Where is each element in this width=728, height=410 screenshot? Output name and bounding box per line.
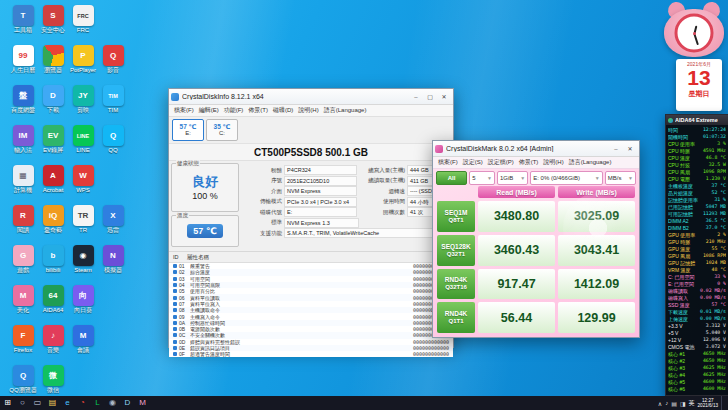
taskbar-icon-taskview[interactable]: ▭ [30, 396, 45, 410]
start-button[interactable]: ⊞ [0, 396, 15, 410]
cdm-minimize-button[interactable]: – [609, 143, 623, 155]
taskbar-icon-diskinfo[interactable]: D [120, 396, 135, 410]
desktop-icon-WPS[interactable]: WWPS [68, 165, 98, 194]
desktop-icon-label: WPS [68, 187, 98, 194]
desktop-icon-剪映[interactable]: JY剪映 [68, 85, 98, 114]
desktop-icon-AIDA64[interactable]: 64AIDA64 [38, 285, 68, 314]
taskbar-icon-diskmark[interactable]: M [135, 396, 150, 410]
sensor-line-E: 已用空間: E: 已用空間0 % [668, 280, 726, 287]
desktop-icon-迅雷[interactable]: X迅雷 [98, 205, 128, 234]
cdm-menu-item-1[interactable]: 設定(S) [461, 158, 485, 167]
cdi-minimize-button[interactable]: – [409, 91, 423, 103]
tray-icon-0[interactable]: ∧ [658, 400, 662, 407]
cdi-maximize-button[interactable]: ▢ [423, 91, 437, 103]
health-status-value[interactable]: 良好 [192, 175, 218, 189]
taskbar-clock[interactable]: 12:27 2021/6/13 [698, 398, 718, 408]
drive-tab-temp: 57 ℃ [180, 123, 197, 130]
taskbar-icon-line[interactable]: L [90, 396, 105, 410]
desktop-icon-EV錄屏[interactable]: EVEV錄屏 [38, 125, 68, 154]
cdi-menu-item-6[interactable]: 語言(Language) [322, 106, 369, 115]
desktop-icon-工具箱[interactable]: T工具箱 [8, 5, 38, 34]
desktop-icon-Acrobat[interactable]: AAcrobat [38, 165, 68, 194]
desktop-icon-美化[interactable]: M美化 [8, 285, 38, 314]
taskbar-icon-chrome[interactable]: ◔ [75, 396, 90, 410]
cdm-close-button[interactable]: ✕ [623, 143, 637, 155]
desktop-icon-安全中心[interactable]: S安全中心 [38, 5, 68, 34]
sensor-line-CPU 封裝: CPU 封裝32.5 W [668, 161, 726, 168]
aida64-titlebar[interactable]: AIDA64 Extreme [666, 115, 728, 125]
desktop-icon-LINE[interactable]: LINELINE [68, 125, 98, 154]
desktop-icon-QQ瀏覽器[interactable]: QQQ瀏覽器 [8, 365, 38, 394]
info-value: PCIe 3.0 x4 | PCIe 3.0 x4 [284, 197, 357, 207]
sensor-label: 核心 #1 [668, 351, 685, 357]
cdm-menu-item-2[interactable]: 設定檔(P) [486, 158, 516, 167]
cdm-menu-item-4[interactable]: 說明(H) [541, 158, 565, 167]
taskbar-icon-search[interactable]: ○ [15, 396, 30, 410]
cdi-menu-item-5[interactable]: 說明(H) [296, 106, 320, 115]
target-drive-select[interactable]: E: 0% (0/466GiB)▼ [530, 171, 603, 185]
desktop-icon-label: LINE [68, 147, 98, 154]
health-status-box: 健康狀態 良好 100 % [171, 163, 239, 212]
taskbar-icon-edge[interactable]: e [60, 396, 75, 410]
desktop-icon-TIM[interactable]: TIMTIM [98, 85, 128, 114]
test-label-RND4K-Q1T1[interactable]: RND4KQ1T1 [437, 302, 475, 333]
test-label-SEQ1M-Q8T1[interactable]: SEQ1MQ8T1 [437, 201, 475, 232]
cdi-close-button[interactable]: ✕ [437, 91, 451, 103]
test-label-SEQ128K-Q32T1[interactable]: SEQ128KQ32T1 [437, 235, 475, 266]
run-all-button[interactable]: All [436, 171, 467, 185]
desktop-icon-愛奇藝[interactable]: iQ愛奇藝 [38, 205, 68, 234]
desktop-icon-音樂[interactable]: ♪音樂 [38, 325, 68, 354]
cdi-menu-item-3[interactable]: 佈景(T) [246, 106, 270, 115]
desktop-icon-PotPlayer[interactable]: PPotPlayer [68, 45, 98, 74]
cdm-titlebar[interactable]: CrystalDiskMark 8.0.2 x64 [Admin] – ✕ [433, 141, 639, 157]
test-size-select[interactable]: 1GiB▼ [497, 171, 528, 185]
ime-indicator[interactable]: 英 [689, 399, 695, 408]
taskbar-icon-steam[interactable]: ◉ [105, 396, 120, 410]
cdm-menu-item-0[interactable]: 檔案(F) [436, 158, 460, 167]
tray-icon-3[interactable]: ◨ [680, 400, 686, 407]
cdi-menu-item-1[interactable]: 編輯(E) [197, 106, 221, 115]
desktop-icon-QQ[interactable]: QQQ [98, 125, 128, 154]
desktop-icon-會議[interactable]: M會議 [68, 325, 98, 354]
cdi-title: CrystalDiskInfo 8.12.1 x64 [182, 93, 409, 100]
cdi-menu-item-2[interactable]: 功能(F) [222, 106, 246, 115]
desktop-icon-下載[interactable]: D下載 [38, 85, 68, 114]
cdi-menu-item-4[interactable]: 磁碟(D) [271, 106, 295, 115]
cdm-menu-item-5[interactable]: 語言(Language) [567, 158, 614, 167]
desktop-icon-計算機[interactable]: ▦計算機 [8, 165, 38, 194]
cdi-titlebar[interactable]: CrystalDiskInfo 8.12.1 x64 – ▢ ✕ [169, 89, 453, 105]
desktop-icon-FRC[interactable]: FRCFRC [68, 5, 98, 34]
tray-icon-2[interactable]: ▤ [671, 400, 677, 407]
drive-tab-E:[interactable]: 57 ℃E: [172, 119, 204, 141]
desktop-icon-模擬器[interactable]: N模擬器 [98, 245, 128, 274]
desktop-icon-輸入法[interactable]: IM輸入法 [8, 125, 38, 154]
desktop-icon-微信[interactable]: 微微信 [38, 365, 68, 394]
desktop-icon-遊戲[interactable]: G遊戲 [8, 245, 38, 274]
taskbar-icon-explorer[interactable]: ▤ [45, 396, 60, 410]
desktop-icon-百度網盤[interactable]: 盤百度網盤 [8, 85, 38, 114]
unit-select[interactable]: MB/s▼ [605, 171, 636, 185]
desktop-icon-Firefox[interactable]: FFirefox [8, 325, 38, 354]
test-count-select[interactable]: 5▼ [469, 171, 495, 185]
sensor-value: 01:07:32 [703, 134, 726, 139]
desktop-icon-影音[interactable]: Q影音 [98, 45, 128, 74]
diskinfo-app-icon [171, 93, 179, 101]
desktop-icon-向日葵[interactable]: 向向日葵 [68, 285, 98, 314]
desktop-icon-image [43, 45, 64, 66]
sensor-label: CMOS 電池 [668, 344, 694, 350]
test-label-RND4K-Q32T16[interactable]: RND4KQ32T16 [437, 269, 475, 300]
desktop-icon-bilibili[interactable]: bbilibili [38, 245, 68, 274]
temperature-value[interactable]: 57 ℃ [187, 224, 222, 238]
desktop-icon-label: 瀏覽器 [38, 67, 68, 74]
desktop-icon-Steam[interactable]: ◉Steam [68, 245, 98, 274]
drive-tab-C:[interactable]: 35 ℃C: [206, 119, 238, 141]
desktop-icon-人生日曆[interactable]: 99人生日曆 [8, 45, 38, 74]
desktop-icon-閱讀[interactable]: R閱讀 [8, 205, 38, 234]
taskbar: ⊞○▭▤e◔L◉DM ∧♪▤◨ 英 12:27 2021/6/13 [0, 396, 728, 410]
tray-icon-1[interactable]: ♪ [665, 400, 668, 407]
cdi-menu-item-0[interactable]: 檔案(F) [172, 106, 196, 115]
cdm-menu-item-3[interactable]: 佈景(T) [517, 158, 541, 167]
desktop-icon-瀏覽器[interactable]: 瀏覽器 [38, 45, 68, 74]
desktop-icon-TR[interactable]: TRTR [68, 205, 98, 234]
show-desktop-button[interactable] [721, 396, 725, 410]
